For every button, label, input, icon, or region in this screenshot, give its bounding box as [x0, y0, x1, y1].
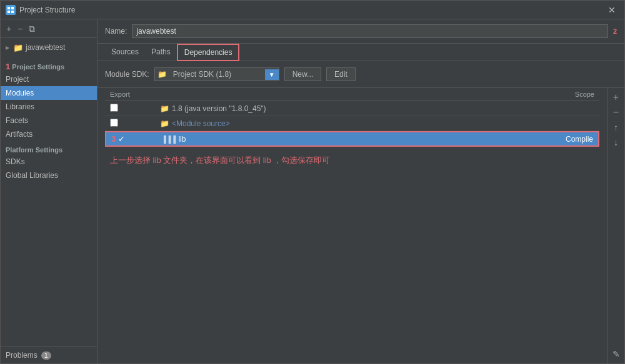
- col-header-scope: Scope: [537, 91, 599, 98]
- problems-label: Problems: [6, 351, 38, 360]
- app-icon: [6, 5, 16, 15]
- copy-button[interactable]: ⧉: [27, 24, 37, 34]
- main-panel: Name: 2 Sources Paths Dependencies Modul…: [98, 19, 624, 363]
- folder-icon: 📁: [13, 43, 23, 52]
- dep-label-jdk: 1.8 (java version "1.8.0_45"): [172, 104, 266, 113]
- svg-rect-3: [11, 11, 14, 13]
- tabs-row: Sources Paths Dependencies: [98, 44, 624, 61]
- dep-label-module: <Module source>: [172, 119, 230, 128]
- module-folder-icon: 📁: [160, 119, 169, 128]
- name-label: Name:: [105, 27, 127, 36]
- project-tree: ▶ 📁 javawebtest: [1, 38, 97, 57]
- sidebar-item-sdks[interactable]: SDKs: [1, 155, 97, 169]
- svg-rect-0: [8, 7, 10, 9]
- sidebar-item-facets[interactable]: Facets: [1, 114, 97, 127]
- sidebar-toolbar: + − ⧉: [1, 19, 97, 38]
- add-button[interactable]: +: [4, 24, 13, 34]
- dep-row-module-source[interactable]: 📁 <Module source>: [105, 116, 599, 131]
- dep-check-jdk: [105, 104, 155, 114]
- title-bar: Project Structure ✕: [1, 1, 624, 19]
- sdk-new-button[interactable]: New...: [284, 67, 321, 81]
- edit-dep-button[interactable]: ✎: [609, 347, 623, 361]
- dep-checkbox-jdk[interactable]: [110, 104, 118, 112]
- dep-label-lib: lib: [178, 135, 186, 144]
- lib-bar-icon: ▐▐▐: [161, 135, 176, 143]
- dependencies-area: Export Scope 📁 1.8 (java version "1.8.0_…: [98, 88, 624, 363]
- annotation-text: 上一步选择 lib 文件夹，在该界面可以看到 lib ，勾选保存即可: [105, 147, 599, 174]
- project-settings-section: 1 Project Settings: [1, 57, 97, 72]
- annotation-3: 3: [111, 134, 116, 144]
- move-down-button[interactable]: ↓: [609, 135, 623, 149]
- project-structure-window: Project Structure ✕ + − ⧉ ▶ 📁 javawebtes…: [0, 0, 625, 364]
- sdk-dropdown[interactable]: 📁 Project SDK (1.8) ▼: [154, 67, 279, 81]
- remove-button[interactable]: −: [16, 24, 24, 34]
- sidebar-item-artifacts[interactable]: Artifacts: [1, 127, 97, 141]
- tree-arrow: ▶: [6, 45, 11, 51]
- dep-name-jdk: 📁 1.8 (java version "1.8.0_45"): [155, 104, 537, 113]
- sdk-folder-icon: 📁: [155, 68, 169, 81]
- sidebar-item-global-libraries[interactable]: Global Libraries: [1, 169, 97, 182]
- title-bar-left: Project Structure: [6, 5, 75, 15]
- sdk-value: Project SDK (1.8): [169, 68, 265, 81]
- sdk-edit-button[interactable]: Edit: [326, 67, 356, 81]
- dep-name-lib: ▐▐▐ lib: [156, 135, 536, 144]
- dep-row-lib[interactable]: 3 ✓ ▐▐▐ lib Compile: [105, 131, 599, 147]
- sidebar-item-project[interactable]: Project: [1, 72, 97, 86]
- name-row: Name: 2: [98, 19, 624, 44]
- annotation-1: 1: [6, 62, 10, 71]
- sdk-arrow[interactable]: ▼: [265, 69, 279, 80]
- dep-content: Export Scope 📁 1.8 (java version "1.8.0_…: [98, 88, 607, 363]
- right-actions: + − ↑ ↓ ✎: [607, 88, 624, 363]
- dep-row-jdk[interactable]: 📁 1.8 (java version "1.8.0_45"): [105, 101, 599, 116]
- add-dep-button[interactable]: +: [609, 91, 623, 104]
- project-settings-label: Project Settings: [12, 63, 64, 71]
- annotation-2: 2: [613, 27, 617, 35]
- dep-check-lib: 3 ✓: [106, 134, 156, 144]
- svg-rect-2: [8, 11, 10, 13]
- tab-dependencies[interactable]: Dependencies: [177, 44, 240, 61]
- sidebar-item-modules[interactable]: Modules: [1, 86, 97, 100]
- sdk-row: Module SDK: 📁 Project SDK (1.8) ▼ New...…: [98, 61, 624, 88]
- problems-badge: 1: [41, 352, 51, 360]
- dep-scope-lib: Compile: [536, 135, 598, 144]
- lib-checkmark: ✓: [118, 134, 125, 144]
- tab-sources[interactable]: Sources: [105, 44, 145, 61]
- sidebar: + − ⧉ ▶ 📁 javawebtest 1 Project Settings…: [1, 19, 98, 363]
- main-content: + − ⧉ ▶ 📁 javawebtest 1 Project Settings…: [1, 19, 624, 363]
- platform-settings-section: Platform Settings: [1, 141, 97, 155]
- close-button[interactable]: ✕: [604, 4, 619, 16]
- problems-bar[interactable]: Problems 1: [1, 347, 97, 363]
- move-up-button[interactable]: ↑: [609, 121, 623, 134]
- tree-item-label: javawebtest: [26, 43, 65, 52]
- name-input[interactable]: [132, 24, 608, 38]
- dep-check-module: [105, 119, 155, 129]
- jdk-folder-icon: 📁: [160, 104, 169, 113]
- dep-checkbox-module[interactable]: [110, 119, 118, 127]
- col-header-export: Export: [105, 91, 155, 98]
- tree-item-javawebtest[interactable]: ▶ 📁 javawebtest: [1, 41, 97, 54]
- window-title: Project Structure: [19, 6, 75, 14]
- dep-table-header: Export Scope: [105, 88, 599, 101]
- dep-name-module: 📁 <Module source>: [155, 119, 537, 128]
- tab-paths[interactable]: Paths: [145, 44, 177, 61]
- svg-rect-1: [11, 7, 14, 9]
- sidebar-item-libraries[interactable]: Libraries: [1, 100, 97, 114]
- col-header-name: [155, 91, 537, 98]
- platform-settings-label: Platform Settings: [6, 146, 62, 154]
- sdk-label: Module SDK:: [105, 70, 149, 79]
- remove-dep-button[interactable]: −: [609, 106, 623, 119]
